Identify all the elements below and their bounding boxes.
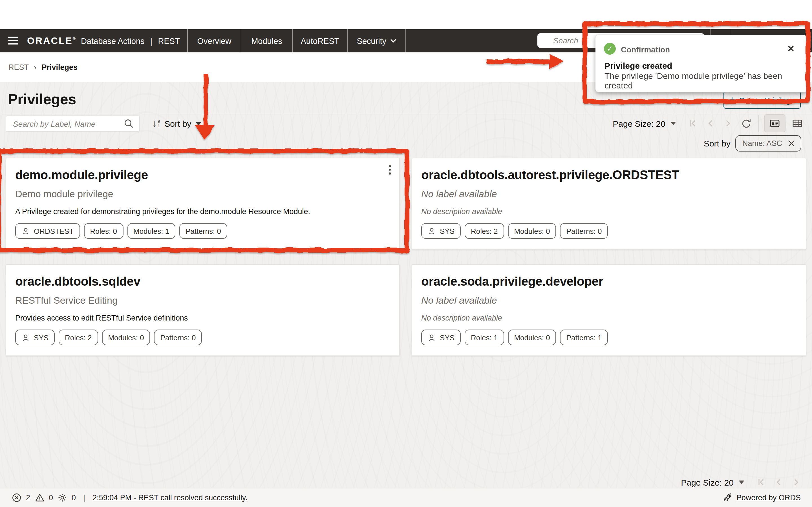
toast-title: Privilege created bbox=[605, 61, 672, 70]
first-page-button[interactable] bbox=[757, 478, 766, 487]
status-bar: 2 0 0 | 2:59:04 PM - REST call resolved … bbox=[0, 488, 812, 507]
patterns-badge: Patterns: 1 bbox=[560, 330, 608, 345]
sort-chip-name-asc[interactable]: Name: ASC bbox=[735, 135, 801, 151]
modules-badge: Modules: 0 bbox=[508, 330, 556, 345]
owner-badge: SYS bbox=[421, 330, 461, 345]
privilege-name: oracle.dbtools.autorest.privilege.ORDSTE… bbox=[421, 168, 797, 182]
caret-down-icon bbox=[196, 122, 201, 125]
privilege-label: Demo module privilege bbox=[15, 189, 390, 200]
tab-security[interactable]: Security bbox=[347, 29, 406, 52]
privilege-name: oracle.dbtools.sqldev bbox=[15, 274, 390, 289]
nav-tabs: Overview Modules AutoREST Security bbox=[187, 29, 406, 52]
user-icon bbox=[21, 333, 30, 342]
footer-divider: | bbox=[80, 494, 88, 502]
status-counters: 2 0 0 | 2:59:04 PM - REST call resolved … bbox=[12, 493, 248, 503]
header-divider bbox=[0, 113, 812, 113]
page-title: Privileges bbox=[8, 91, 76, 108]
sort-by-dropdown[interactable]: ↓ 91 Sort by bbox=[152, 115, 201, 132]
error-count: 2 bbox=[26, 494, 30, 502]
brand[interactable]: ORACLE® Database Actions | REST bbox=[27, 29, 180, 52]
privilege-card-soda-developer[interactable]: oracle.soda.privilege.developer No label… bbox=[412, 264, 806, 356]
privilege-description: No description available bbox=[421, 207, 797, 216]
chevron-down-icon bbox=[390, 39, 396, 43]
privilege-label: No label available bbox=[421, 189, 797, 200]
powered-by-ords-link[interactable]: Powered by ORDS bbox=[737, 494, 801, 502]
card-view-toggle[interactable] bbox=[764, 114, 785, 132]
breadcrumb-current: Privileges bbox=[42, 63, 78, 71]
privilege-search bbox=[6, 115, 140, 132]
modules-badge: Modules: 0 bbox=[508, 223, 556, 239]
active-sort-row: Sort by Name: ASC bbox=[704, 135, 801, 152]
warning-count: 0 bbox=[49, 494, 53, 502]
previous-page-button[interactable] bbox=[774, 478, 783, 487]
roles-badge: Roles: 2 bbox=[465, 223, 504, 239]
brand-separator: | bbox=[149, 36, 154, 46]
success-check-icon: ✓ bbox=[604, 43, 616, 55]
modules-badge: Modules: 1 bbox=[127, 223, 175, 239]
sort-numeric-icon: ↓ 91 bbox=[152, 119, 160, 128]
plus-icon: + bbox=[729, 94, 735, 105]
first-page-button[interactable] bbox=[689, 119, 698, 128]
privilege-description: No description available bbox=[421, 314, 797, 322]
confirmation-toast: ✓ Confirmation ✕ Privilege created The p… bbox=[596, 35, 807, 93]
patterns-badge: Patterns: 0 bbox=[154, 330, 202, 345]
badge-row: ORDSTEST Roles: 0 Modules: 1 Patterns: 0 bbox=[15, 223, 390, 239]
status-message-link[interactable]: 2:59:04 PM - REST call resolved successf… bbox=[93, 494, 248, 502]
owner-badge: SYS bbox=[15, 330, 55, 345]
owner-badge: ORDSTEST bbox=[15, 223, 80, 239]
sort-by-label: Sort by bbox=[164, 119, 191, 128]
brand-product-label: Database Actions bbox=[81, 36, 145, 45]
previous-page-button[interactable] bbox=[706, 119, 715, 128]
refresh-icon[interactable] bbox=[741, 118, 752, 129]
search-icon[interactable] bbox=[124, 119, 134, 128]
page-size-dropdown[interactable]: Page Size: 20 bbox=[613, 119, 676, 128]
roles-badge: Roles: 1 bbox=[465, 330, 504, 345]
card-menu-kebab-icon[interactable] bbox=[389, 165, 391, 174]
top-pagination: Page Size: 20 bbox=[613, 114, 803, 132]
toast-close-icon[interactable]: ✕ bbox=[787, 43, 795, 54]
patterns-badge: Patterns: 0 bbox=[179, 223, 227, 239]
warnings-icon[interactable] bbox=[35, 493, 44, 503]
privilege-card-grid: demo.module.privilege Demo module privil… bbox=[6, 158, 806, 356]
user-icon bbox=[427, 333, 436, 342]
privilege-search-input[interactable] bbox=[6, 119, 124, 128]
user-icon bbox=[427, 227, 436, 235]
caret-down-icon bbox=[739, 481, 744, 484]
toast-header: Confirmation bbox=[621, 45, 670, 54]
powered-by: Powered by ORDS bbox=[723, 493, 801, 503]
processes-gear-icon[interactable] bbox=[57, 493, 67, 503]
privilege-name: oracle.soda.privilege.developer bbox=[421, 274, 797, 289]
process-count: 0 bbox=[71, 494, 76, 502]
errors-icon[interactable] bbox=[12, 493, 21, 503]
privilege-card-sqldev[interactable]: oracle.dbtools.sqldev RESTful Service Ed… bbox=[6, 264, 400, 356]
next-page-button[interactable] bbox=[792, 478, 801, 487]
modules-badge: Modules: 0 bbox=[102, 330, 150, 345]
content-area: Privileges + Create Privilege ↓ 91 Sort … bbox=[0, 82, 812, 488]
create-privilege-button[interactable]: + Create Privilege bbox=[723, 91, 801, 109]
badge-row: SYS Roles: 2 Modules: 0 Patterns: 0 bbox=[15, 330, 390, 345]
rocket-icon bbox=[723, 493, 732, 503]
next-page-button[interactable] bbox=[723, 119, 732, 128]
privilege-label: No label available bbox=[421, 295, 797, 306]
privilege-card-demo-module[interactable]: demo.module.privilege Demo module privil… bbox=[6, 158, 400, 249]
hamburger-menu-icon[interactable] bbox=[8, 37, 18, 45]
page-size-dropdown[interactable]: Page Size: 20 bbox=[681, 477, 744, 487]
privilege-name: demo.module.privilege bbox=[15, 168, 390, 182]
toolbar-divider bbox=[758, 115, 759, 132]
privilege-description: Provides access to edit RESTful Service … bbox=[15, 314, 390, 322]
tab-autorest[interactable]: AutoREST bbox=[292, 29, 347, 52]
toast-message: The privilege 'Demo module privilege' ha… bbox=[605, 71, 795, 91]
breadcrumb-rest-link[interactable]: REST bbox=[8, 63, 29, 71]
bottom-pagination: Page Size: 20 bbox=[681, 475, 801, 490]
table-view-toggle[interactable] bbox=[792, 118, 803, 129]
caret-down-icon bbox=[670, 122, 676, 125]
badge-row: SYS Roles: 2 Modules: 0 Patterns: 0 bbox=[421, 223, 797, 239]
registered-mark: ® bbox=[73, 37, 77, 41]
tab-modules[interactable]: Modules bbox=[241, 29, 292, 52]
user-icon bbox=[21, 227, 30, 235]
roles-badge: Roles: 0 bbox=[84, 223, 123, 239]
tab-overview[interactable]: Overview bbox=[187, 29, 241, 52]
privilege-card-autorest-ordstest[interactable]: oracle.dbtools.autorest.privilege.ORDSTE… bbox=[412, 158, 806, 249]
breadcrumb-chevron-icon: › bbox=[34, 62, 36, 71]
remove-sort-icon[interactable] bbox=[788, 139, 795, 147]
